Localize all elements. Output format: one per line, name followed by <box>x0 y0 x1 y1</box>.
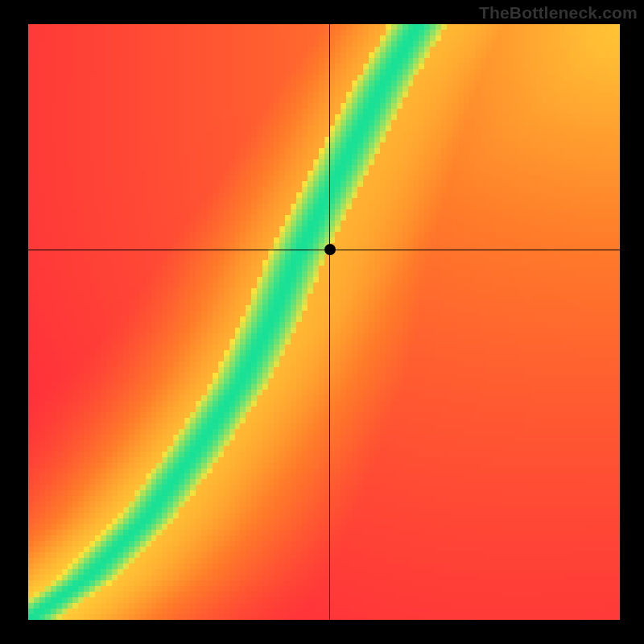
heatmap-plot <box>28 24 620 620</box>
crosshair-vertical <box>329 24 330 620</box>
heatmap-canvas <box>28 24 620 620</box>
watermark-text: TheBottleneck.com <box>479 3 638 23</box>
